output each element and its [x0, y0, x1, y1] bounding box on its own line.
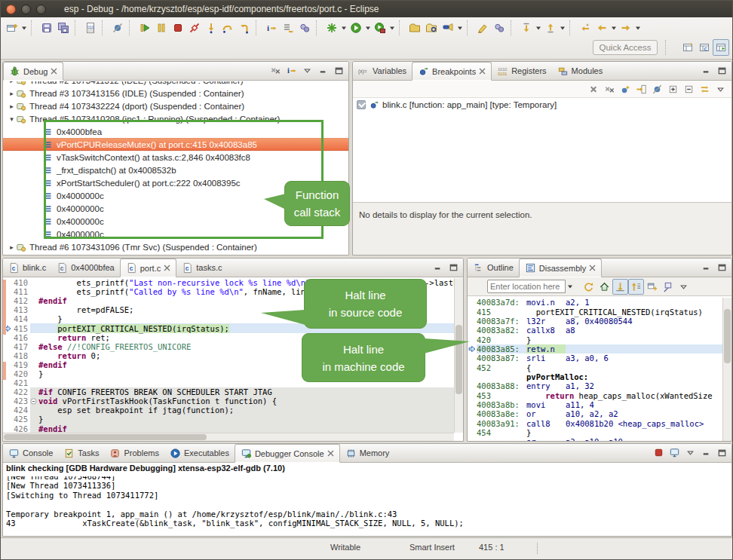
location-dropdown[interactable] [566, 278, 574, 295]
tab-breakpoints[interactable]: Breakpoints [412, 62, 492, 81]
scrollbar-thumb[interactable] [455, 325, 462, 394]
maximize-view-button[interactable] [714, 259, 730, 275]
skip-all-breakpoints-button[interactable] [109, 20, 126, 36]
debug-tree-row[interactable]: vPortCPUReleaseMutex() at port.c:415 0x4… [3, 138, 348, 151]
window-minimize-button[interactable] [21, 5, 31, 14]
debug-tree-row[interactable]: vTaskSwitchContext() at tasks.c:2,846 0x… [3, 151, 348, 164]
open-perspective-button[interactable] [679, 39, 696, 56]
step-return-button[interactable] [236, 20, 253, 36]
debug-tree-row[interactable]: ▾Thread #5 1073410208 (ipc1 : Running) (… [3, 112, 348, 125]
view-menu-button[interactable] [676, 279, 692, 295]
debug-button-dropdown[interactable] [340, 20, 348, 36]
debug-tree-row[interactable]: 0x4000bfea [3, 125, 348, 138]
location-input[interactable] [487, 280, 566, 293]
use-step-filters-button[interactable] [296, 20, 313, 36]
breakpoint-item[interactable]: blink.c [function: app_main] [type: Temp… [353, 98, 731, 111]
maximize-view-button[interactable] [714, 445, 730, 461]
close-icon[interactable] [164, 264, 170, 273]
instruction-stepping-button[interactable]: i [263, 20, 280, 36]
link-with-debug-view-button[interactable] [697, 81, 713, 97]
debug-tree-row[interactable]: ▸Thread #6 1073431096 (Tmr Svc) (Suspend… [3, 240, 348, 253]
disassembly-listing[interactable]: 40083a7d:movi.na2, 1415 portEXIT_CRITICA… [468, 298, 722, 441]
editor-horizontal-scrollbar[interactable] [3, 433, 454, 441]
console-output[interactable]: [New Thread 1073468744][New Thread 10734… [3, 476, 731, 536]
tab-tasks-c[interactable]: ctasks.c [176, 259, 227, 277]
open-type-button[interactable] [406, 20, 423, 36]
cpp-perspective-button[interactable]: C [696, 39, 713, 56]
terminate-button[interactable] [170, 20, 186, 36]
window-maximize-button[interactable] [36, 5, 46, 14]
close-icon[interactable] [327, 449, 334, 458]
tab-problems[interactable]: Problems [104, 444, 164, 462]
minimize-view-button[interactable] [698, 63, 714, 78]
instruction-stepping-mode-button[interactable]: i [284, 63, 299, 78]
close-icon[interactable] [51, 67, 57, 76]
debug-call-stack-tree[interactable]: ▸Thread #2 1073411312 (IDLE) (Suspended … [3, 81, 348, 255]
maximize-view-button[interactable] [446, 259, 462, 275]
console-dropdown[interactable] [682, 445, 698, 461]
track-expression-button[interactable] [628, 279, 644, 295]
remove-all-breakpoints-button[interactable] [602, 81, 618, 97]
minimize-view-button[interactable] [698, 445, 714, 461]
tab-0x4000bfea[interactable]: c0x4000bfea [51, 259, 120, 277]
save-button[interactable] [38, 20, 55, 36]
debug-perspective-button[interactable] [713, 39, 729, 56]
search-button[interactable] [440, 20, 456, 36]
run-button[interactable] [348, 20, 364, 36]
build-binary-button[interactable]: 010101 [82, 20, 99, 36]
mark-occurrences-button[interactable] [474, 20, 491, 36]
minimize-view-button[interactable] [698, 259, 714, 275]
next-annotation-button[interactable] [518, 20, 535, 36]
tab-tasks[interactable]: Tasks [58, 444, 104, 462]
back-button-dropdown[interactable] [610, 20, 618, 36]
tab-executables[interactable]: Executables [164, 444, 235, 462]
close-icon[interactable] [479, 67, 486, 76]
open-resource-button[interactable] [423, 20, 440, 36]
tab-memory[interactable]: Memory [340, 444, 395, 462]
breakpoint-checkbox[interactable] [357, 100, 366, 109]
expand-all-button[interactable] [665, 81, 681, 97]
tab-console[interactable]: Console [3, 444, 58, 462]
debug-tree-row[interactable]: _frxt_dispatch() at 0x4008532b [3, 164, 348, 176]
forward-button[interactable] [618, 20, 634, 36]
next-annotation-button-dropdown[interactable] [535, 20, 542, 36]
last-edit-location-button[interactable] [577, 20, 593, 36]
previous-annotation-button[interactable] [542, 20, 559, 36]
minimize-view-button[interactable] [315, 63, 331, 78]
save-all-button[interactable] [55, 20, 72, 36]
tab-variables[interactable]: (x)=Variables [353, 62, 412, 80]
tree-expander-icon[interactable]: ▸ [8, 90, 16, 97]
disconnect-button[interactable] [186, 20, 203, 36]
step-into-button[interactable] [203, 20, 219, 36]
scrollbar-thumb[interactable] [724, 309, 731, 363]
pin-view-button[interactable] [660, 279, 676, 295]
tab-port-c[interactable]: cport.c [120, 259, 177, 277]
tab-outline[interactable]: Outline [468, 259, 519, 277]
disassembly-vertical-scrollbar[interactable] [722, 298, 731, 441]
tree-expander-icon[interactable]: ▾ [8, 115, 16, 123]
collapse-all-button[interactable] [681, 81, 697, 97]
close-icon[interactable] [589, 264, 596, 273]
editor-presentation-button[interactable] [491, 20, 508, 36]
debug-tree-row[interactable]: ▸Thread #3 1073413156 (IDLE) (Suspended … [3, 87, 348, 99]
debug-button[interactable] [324, 20, 340, 36]
tab-registers[interactable]: 10100101Registers [492, 62, 551, 80]
display-selected-console-button[interactable] [667, 445, 682, 461]
sync-with-active-debug-context-button[interactable] [612, 279, 628, 295]
maximize-view-button[interactable] [331, 63, 347, 78]
tab-debug[interactable]: Debug [3, 62, 63, 81]
previous-annotation-button-dropdown[interactable] [559, 20, 566, 36]
new-wizard-dropdown[interactable] [20, 20, 28, 36]
skip-all-breakpoints-button[interactable] [649, 81, 665, 97]
remove-all-terminated-button[interactable] [268, 63, 284, 78]
maximize-view-button[interactable] [714, 63, 730, 78]
search-button-dropdown[interactable] [456, 20, 464, 36]
run-button-dropdown[interactable] [364, 20, 372, 36]
go-to-address-home-button[interactable] [597, 279, 612, 295]
resume-button[interactable] [136, 20, 153, 36]
terminate-button[interactable] [651, 445, 667, 461]
step-over-button[interactable] [219, 20, 236, 36]
forward-button-dropdown[interactable] [634, 20, 642, 36]
minimize-view-button[interactable] [430, 259, 446, 275]
debug-tree-row[interactable]: ▸Thread #2 1073411312 (IDLE) (Suspended … [3, 81, 348, 87]
